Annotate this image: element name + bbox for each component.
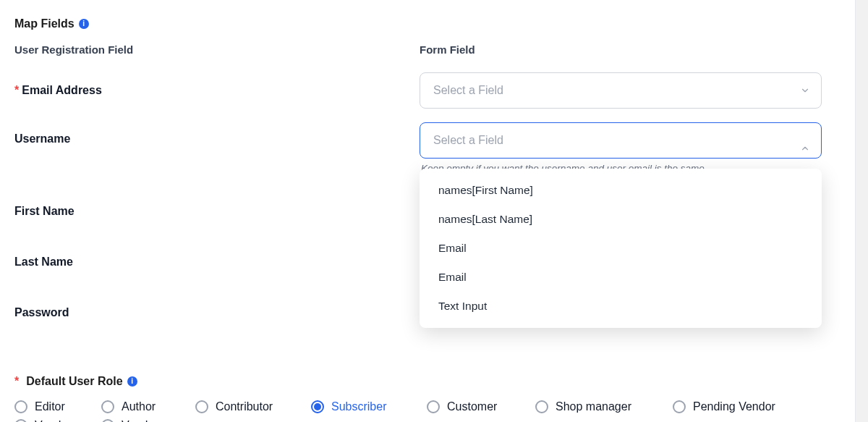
info-icon[interactable]: i [127,376,137,387]
select-email-input[interactable]: Select a Field [420,72,822,109]
radio-icon [101,419,114,422]
map-row-email: *Email Address Select a Field [14,72,854,109]
role-section-title: * Default User Role i [14,375,854,388]
dropdown-option[interactable]: Email [420,263,822,292]
radio-icon [673,400,686,413]
role-option-customer[interactable]: Customer [427,398,535,415]
select-username-input[interactable]: Select a Field [420,122,822,159]
column-header-right: Form Field [420,43,854,56]
role-option-vendor-2[interactable]: Vendor [101,417,195,422]
default-user-role-section: * Default User Role i Editor Vendor Auth… [14,375,854,422]
role-option-editor[interactable]: Editor [14,398,101,415]
columns-header: User Registration Field Form Field [14,43,854,56]
role-section-title-text: Default User Role [26,375,122,388]
required-star: * [14,84,19,96]
section-title: Map Fields i [14,17,854,30]
role-option-pending-vendor[interactable]: Pending Vendor [673,398,817,415]
radio-icon [101,400,114,413]
role-option-author[interactable]: Author [101,398,195,415]
role-option-subscriber[interactable]: Subscriber [311,398,427,415]
radio-icon [195,400,208,413]
radio-icon [427,400,440,413]
select-username-placeholder: Select a Field [433,134,503,147]
dropdown-option[interactable]: names[First Name] [420,176,822,205]
dropdown-option[interactable]: Email [420,234,822,263]
role-option-contributor[interactable]: Contributor [195,398,311,415]
map-row-username: Username Select a Field Keep empty if yo… [14,122,854,174]
dropdown-option[interactable]: Text Input [420,292,822,321]
section-title-text: Map Fields [14,17,75,30]
label-password: Password [14,306,420,319]
radio-icon [535,400,548,413]
select-email-placeholder: Select a Field [433,84,503,97]
info-icon[interactable]: i [79,19,89,29]
label-lastname: Last Name [14,256,420,269]
role-option-vendor[interactable]: Vendor [14,417,101,422]
select-username[interactable]: Select a Field Keep empty if you want th… [420,122,822,174]
column-header-left: User Registration Field [14,43,420,56]
radio-icon [14,419,27,422]
dropdown-option[interactable]: names[Last Name] [420,205,822,234]
radio-icon [311,400,324,413]
select-email[interactable]: Select a Field [420,72,822,109]
role-option-shop-manager[interactable]: Shop manager [535,398,673,415]
dropdown-menu: names[First Name] names[Last Name] Email… [420,169,822,328]
role-radio-group: Editor Vendor Author Vendor Contributor … [14,398,854,422]
label-firstname: First Name [14,205,420,218]
label-email: *Email Address [14,84,420,97]
required-star: * [14,375,19,388]
scrollbar[interactable] [855,0,868,422]
radio-icon [14,400,27,413]
label-username: Username [14,122,420,145]
